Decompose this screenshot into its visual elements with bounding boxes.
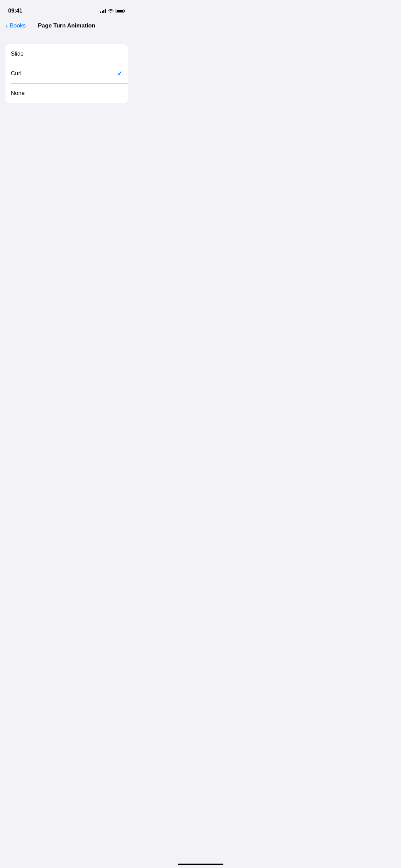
status-icons xyxy=(100,9,125,13)
status-bar: 09:41 xyxy=(0,0,133,17)
back-button[interactable]: ‹ Books xyxy=(5,22,26,30)
signal-bar-1 xyxy=(100,12,101,13)
option-item-slide[interactable]: Slide xyxy=(5,44,128,64)
status-time: 09:41 xyxy=(8,7,22,14)
wifi-icon xyxy=(108,9,114,13)
option-item-none[interactable]: None xyxy=(5,83,128,103)
option-label-none: None xyxy=(11,90,25,97)
battery-icon xyxy=(116,9,125,13)
nav-bar: ‹ Books Page Turn Animation xyxy=(0,17,133,35)
battery-body xyxy=(116,9,124,13)
battery-tip xyxy=(124,10,125,12)
option-label-curl: Curl xyxy=(11,70,21,77)
option-label-slide: Slide xyxy=(11,51,24,57)
back-label[interactable]: Books xyxy=(10,22,26,29)
signal-bar-3 xyxy=(103,10,104,13)
back-chevron-icon: ‹ xyxy=(5,22,8,30)
option-item-curl[interactable]: Curl✓ xyxy=(5,64,128,83)
options-list: SlideCurl✓None xyxy=(5,44,128,103)
checkmark-icon-curl: ✓ xyxy=(117,70,122,77)
content-area: SlideCurl✓None xyxy=(0,35,133,103)
page-title: Page Turn Animation xyxy=(38,22,95,29)
signal-bar-2 xyxy=(102,11,103,13)
battery-fill xyxy=(117,10,123,12)
signal-bar-4 xyxy=(105,9,106,13)
signal-bars-icon xyxy=(100,9,106,13)
